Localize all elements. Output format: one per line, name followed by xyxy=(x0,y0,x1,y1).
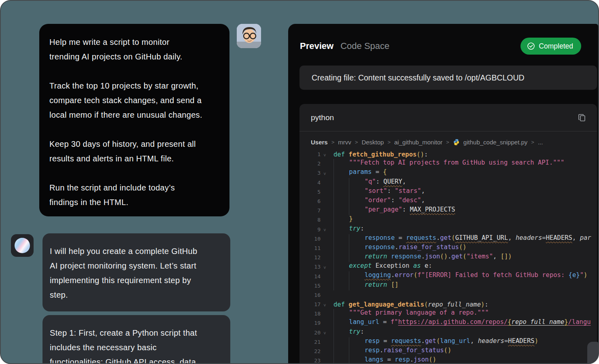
line-number: 4 xyxy=(300,180,321,186)
code-line: 13>except Exception as e: xyxy=(300,262,597,271)
code-text: def get_language_details(repo_full_name)… xyxy=(329,301,489,308)
fold-chevron[interactable]: > xyxy=(321,301,329,308)
status-badge: Completed xyxy=(520,38,581,55)
line-number: 15 xyxy=(300,283,321,289)
user-message-bubble: Help me write a script to monitortrendin… xyxy=(39,24,229,216)
code-line: 4"q": QUERY, xyxy=(300,178,597,187)
breadcrumb-item[interactable]: mrvv xyxy=(338,139,351,146)
scrollbar-thumb[interactable] xyxy=(587,342,598,364)
chevron-right-icon: > xyxy=(387,139,391,145)
code-line: 22resp.raise_for_status() xyxy=(300,347,597,356)
code-text: "q": QUERY, xyxy=(329,178,406,187)
code-line: 15return [] xyxy=(300,281,597,290)
code-card-header: python xyxy=(300,104,597,131)
breadcrumb-item[interactable]: Users xyxy=(311,139,328,146)
line-number: 9 xyxy=(300,226,321,233)
code-text: params = { xyxy=(329,168,387,178)
code-line: 8} xyxy=(300,215,597,224)
line-number: 19 xyxy=(300,320,321,326)
fold-chevron[interactable]: > xyxy=(321,151,329,158)
code-text: logging.error(f"[ERROR] Failed to fetch … xyxy=(329,271,587,281)
code-line: 20>try: xyxy=(300,328,597,337)
code-line: 10response = requests.get(GITHUB_API_URL… xyxy=(300,234,597,243)
code-text: try: xyxy=(329,328,364,337)
code-line: 14logging.error(f"[ERROR] Failed to fetc… xyxy=(300,271,597,281)
code-line: 2"""Fetch top AI projects from GitHub us… xyxy=(300,159,597,168)
code-text: try: xyxy=(329,225,364,234)
code-text: return [] xyxy=(329,281,399,290)
breadcrumb-item[interactable]: Desktop xyxy=(361,139,384,146)
code-line: 9>try: xyxy=(300,225,597,234)
code-text: "sort": "stars", xyxy=(329,187,425,197)
line-number: 3 xyxy=(300,170,321,176)
fold-chevron[interactable]: > xyxy=(321,263,329,271)
tab-code-space[interactable]: Code Space xyxy=(340,41,389,51)
code-line: 23langs = resp.json() xyxy=(300,356,597,364)
assistant-message-bubble: Step 1: First, create a Python script th… xyxy=(42,315,230,364)
code-card: python Users>mrvv>Desktop>ai_github_moni… xyxy=(300,104,597,364)
code-text: return response.json().get("items", []) xyxy=(329,253,512,262)
line-number: 16 xyxy=(300,292,321,298)
preview-panel-header: Preview Code Space Completed xyxy=(300,37,581,55)
code-language-label: python xyxy=(311,113,334,122)
chevron-right-icon: > xyxy=(355,139,358,145)
code-text: response.raise_for_status() xyxy=(329,243,467,253)
assistant-avatar xyxy=(11,234,34,257)
code-text: def fetch_github_repos(): xyxy=(329,151,428,158)
code-line: 5"sort": "stars", xyxy=(300,187,597,197)
line-number: 12 xyxy=(300,254,321,260)
copy-code-button[interactable] xyxy=(577,112,587,123)
line-number: 7 xyxy=(300,207,321,214)
line-number: 8 xyxy=(300,217,321,223)
line-number: 1 xyxy=(300,151,321,157)
file-status-message: Creating file: Content successfully save… xyxy=(300,66,597,90)
line-number: 17 xyxy=(300,301,321,307)
line-number: 13 xyxy=(300,264,321,270)
code-text: resp.raise_for_status() xyxy=(329,347,451,356)
code-text: """Fetch top AI projects from GitHub usi… xyxy=(329,159,564,168)
code-editor: 1>def fetch_github_repos():2"""Fetch top… xyxy=(300,149,597,364)
file-status-text: Creating file: Content successfully save… xyxy=(312,73,525,83)
code-text: """Get primary language of a repo.""" xyxy=(329,309,489,318)
app-window: Help me write a script to monitortrendin… xyxy=(0,0,599,364)
line-number: 11 xyxy=(300,245,321,251)
status-badge-label: Completed xyxy=(539,42,573,51)
code-line: 6"order": "desc", xyxy=(300,197,597,206)
line-number: 23 xyxy=(300,358,321,364)
breadcrumb-item[interactable]: github_code_snippet.py xyxy=(463,139,527,146)
code-text: response = requests.get(GITHUB_API_URL, … xyxy=(329,234,591,243)
fold-chevron[interactable]: > xyxy=(321,169,329,177)
line-number: 14 xyxy=(300,273,321,279)
breadcrumb-item[interactable]: ai_github_monitor xyxy=(394,139,442,146)
fold-chevron[interactable]: > xyxy=(321,226,329,233)
code-text: } xyxy=(329,215,353,224)
code-text: except Exception as e: xyxy=(329,262,432,271)
assistant-message-text: I will help you create a complete GitHub… xyxy=(50,244,224,302)
chevron-right-icon: > xyxy=(446,139,449,145)
code-line: 1>def fetch_github_repos(): xyxy=(300,150,597,159)
breadcrumb: Users>mrvv>Desktop>ai_github_monitor> gi… xyxy=(300,131,597,149)
tab-preview[interactable]: Preview xyxy=(300,41,333,51)
code-text: "per_page": MAX_PROJECTS xyxy=(329,206,455,215)
breadcrumb-item[interactable]: ... xyxy=(538,139,543,146)
fold-chevron[interactable]: > xyxy=(321,329,329,336)
code-line: 12return response.json().get("items", []… xyxy=(300,253,597,262)
line-number: 20 xyxy=(300,330,321,336)
line-number: 2 xyxy=(300,161,321,167)
line-number: 18 xyxy=(300,311,321,317)
assistant-message-bubble: I will help you create a complete GitHub… xyxy=(42,233,230,311)
code-line: 7"per_page": MAX_PROJECTS xyxy=(300,206,597,215)
assistant-logo-icon xyxy=(15,238,30,253)
copy-icon xyxy=(578,113,586,122)
line-number: 22 xyxy=(300,348,321,354)
code-line: 11response.raise_for_status() xyxy=(300,243,597,253)
code-text: "order": "desc", xyxy=(329,197,425,206)
python-icon xyxy=(453,139,460,146)
line-number: 10 xyxy=(300,236,321,242)
code-line: 19lang_url = f"https://api.github.com/re… xyxy=(300,318,597,328)
code-text: resp = requests.get(lang_url, headers=HE… xyxy=(329,337,538,347)
line-number: 6 xyxy=(300,198,321,204)
preview-panel: Preview Code Space Completed Creating fi… xyxy=(288,24,598,364)
code-text: langs = resp.json() xyxy=(329,356,436,364)
line-number: 5 xyxy=(300,189,321,195)
